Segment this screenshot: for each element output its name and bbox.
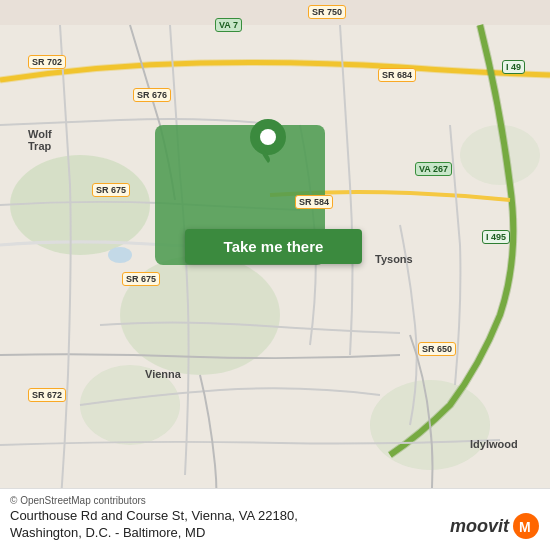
road-label-sr684: SR 684	[378, 68, 416, 82]
moovit-logo: moovit M	[450, 512, 540, 540]
address-text-line2: Washington, D.C. - Baltimore, MD	[10, 525, 205, 540]
place-label-idylwood: Idylwood	[470, 438, 518, 450]
location-pin	[250, 119, 286, 155]
road-label-i495: I 495	[482, 230, 510, 244]
road-label-sr675a: SR 675	[92, 183, 130, 197]
moovit-icon: M	[512, 512, 540, 540]
road-label-sr672: SR 672	[28, 388, 66, 402]
road-label-va7: VA 7	[215, 18, 242, 32]
map-background	[0, 0, 550, 550]
road-label-sr750: SR 750	[308, 5, 346, 19]
road-label-sr702: SR 702	[28, 55, 66, 69]
road-label-i49: I 49	[502, 60, 525, 74]
road-label-sr675b: SR 675	[122, 272, 160, 286]
attribution: © OpenStreetMap contributors	[10, 495, 540, 506]
road-label-sr584: SR 584	[295, 195, 333, 209]
place-label-tysons: Tysons	[375, 253, 413, 265]
take-me-there-button[interactable]: Take me there	[185, 229, 362, 264]
map-container: VA 7 SR 702 SR 676 SR 684 I 49 VA 267 SR…	[0, 0, 550, 550]
place-label-wolf-trap: WolfTrap	[28, 128, 52, 152]
moovit-logo-text: moovit	[450, 516, 509, 537]
place-label-vienna: Vienna	[145, 368, 181, 380]
svg-text:M: M	[519, 519, 531, 535]
road-label-sr650: SR 650	[418, 342, 456, 356]
road-label-sr676: SR 676	[133, 88, 171, 102]
svg-point-7	[108, 247, 132, 263]
svg-point-2	[10, 155, 150, 255]
road-label-va267: VA 267	[415, 162, 452, 176]
address-text-line1: Courthouse Rd and Course St, Vienna, VA …	[10, 508, 298, 523]
svg-point-10	[260, 129, 276, 145]
attribution-text: © OpenStreetMap contributors	[10, 495, 146, 506]
